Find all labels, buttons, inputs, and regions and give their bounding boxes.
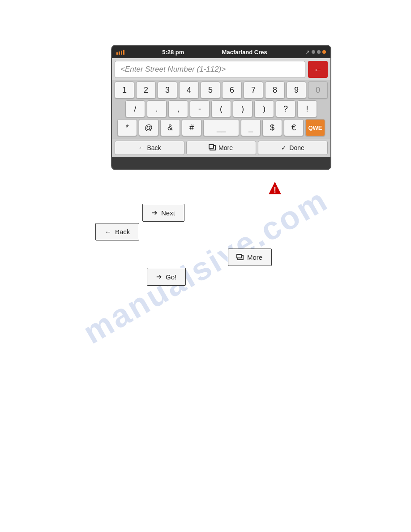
key-dash[interactable]: - [190, 100, 210, 117]
keyboard: 1 2 3 4 5 6 7 8 9 0 / . , - ( ) ) ? ! * … [112, 80, 330, 139]
status-street: Macfarland Cres [222, 49, 267, 56]
more-label: More [218, 144, 233, 151]
status-bar: 5:28 pm Macfarland Cres ↗ [112, 46, 330, 58]
done-button[interactable]: ✓ Done [258, 141, 328, 155]
dot-icon-1 [312, 50, 315, 54]
key-2[interactable]: 2 [136, 82, 156, 99]
key-at[interactable]: @ [139, 119, 158, 136]
qwe-button[interactable]: QWE [305, 119, 325, 136]
back-button[interactable]: ← Back [115, 141, 184, 155]
key-4[interactable]: 4 [179, 82, 199, 99]
go-button[interactable]: ➔ Go! [147, 268, 186, 286]
bottom-bar: ← Back More ✓ Done [112, 139, 330, 157]
key-3[interactable]: 3 [158, 82, 177, 99]
symbol-row-1: / . , - ( ) ) ? ! [115, 100, 328, 117]
street-number-input[interactable]: <Enter Street Number (1-112)> [115, 61, 305, 78]
more-nav-copy-icon [237, 255, 244, 260]
key-period[interactable]: . [147, 100, 167, 117]
key-euro[interactable]: € [284, 119, 304, 136]
go-arrow-icon: ➔ [156, 273, 162, 281]
alert-icon: ! [269, 181, 281, 199]
key-hash[interactable]: # [182, 119, 201, 136]
more-nav-label: More [247, 253, 262, 261]
key-exclaim[interactable]: ! [297, 100, 317, 117]
back-label: Back [147, 144, 161, 151]
next-button[interactable]: ➔ Next [142, 204, 184, 222]
copy-icon-more [210, 145, 216, 150]
signal-bar-1 [116, 52, 118, 55]
more-nav-button[interactable]: More [228, 249, 272, 266]
svg-text:!: ! [274, 185, 276, 194]
key-close-paren2[interactable]: ) [254, 100, 274, 117]
key-close-paren[interactable]: ) [233, 100, 253, 117]
back-arrow-icon: ← [138, 144, 144, 151]
go-label: Go! [166, 273, 176, 281]
key-5[interactable]: 5 [201, 82, 220, 99]
key-dollar[interactable]: $ [262, 119, 282, 136]
key-8[interactable]: 8 [265, 82, 285, 99]
device-screen: 5:28 pm Macfarland Cres ↗ <Enter Street … [111, 45, 331, 170]
key-ampersand[interactable]: & [160, 119, 180, 136]
signal-bar-3 [121, 51, 122, 55]
dot-icon-2 [317, 50, 321, 54]
status-icons-right: ↗ [305, 49, 326, 56]
key-6[interactable]: 6 [222, 82, 242, 99]
key-question[interactable]: ? [276, 100, 295, 117]
status-time: 5:28 pm [162, 49, 184, 56]
key-spacebar[interactable]: __ [203, 119, 239, 136]
input-row: <Enter Street Number (1-112)> ← [112, 58, 330, 80]
watermark-text: manualsive.com [77, 181, 334, 351]
key-7[interactable]: 7 [244, 82, 263, 99]
key-open-paren[interactable]: ( [211, 100, 231, 117]
signal-bar-4 [123, 50, 124, 55]
dot-icon-3 [322, 50, 326, 54]
back-nav-button[interactable]: ← Back [95, 223, 139, 240]
backspace-button[interactable]: ← [308, 61, 328, 78]
back-nav-arrow-icon: ← [105, 228, 111, 236]
key-comma[interactable]: , [168, 100, 188, 117]
key-0[interactable]: 0 [308, 82, 328, 99]
key-1[interactable]: 1 [115, 82, 134, 99]
key-9[interactable]: 9 [287, 82, 306, 99]
signal-icon [116, 50, 124, 55]
next-label: Next [161, 209, 175, 217]
symbol-row-2: * @ & # __ _ $ € QWE [115, 119, 328, 136]
key-underscore[interactable]: _ [241, 119, 261, 136]
more-button[interactable]: More [186, 141, 256, 155]
number-row: 1 2 3 4 5 6 7 8 9 0 [115, 82, 328, 99]
key-slash[interactable]: / [125, 100, 145, 117]
next-arrow-icon: ➔ [152, 209, 158, 217]
signal-arrow-icon: ↗ [305, 49, 310, 56]
key-asterisk[interactable]: * [117, 119, 137, 136]
back-nav-label: Back [115, 228, 130, 236]
done-label: Done [289, 144, 304, 151]
signal-bar-2 [119, 51, 120, 55]
checkmark-icon: ✓ [281, 144, 287, 151]
